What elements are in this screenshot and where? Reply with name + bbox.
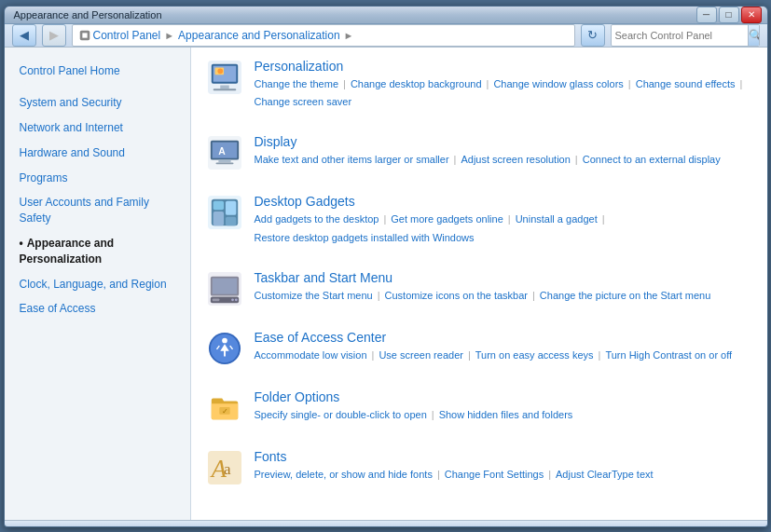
link-change-sound[interactable]: Change sound effects (636, 75, 736, 94)
svg-rect-23 (212, 278, 237, 293)
link-more-gadgets[interactable]: Get more gadgets online (391, 211, 503, 229)
svg-rect-12 (218, 160, 230, 163)
search-icon[interactable]: 🔍 (748, 25, 760, 46)
sidebar-item-appearance[interactable]: Appearance and Personalization (5, 231, 190, 272)
svg-rect-17 (213, 201, 223, 210)
link-add-gadgets[interactable]: Add gadgets to the desktop (255, 211, 379, 229)
window-title: Appearance and Personalization (14, 9, 162, 20)
folder-options-body: Folder Options Specify single- or double… (255, 389, 573, 425)
desktop-gadgets-title[interactable]: Desktop Gadgets (255, 194, 752, 209)
folder-options-section: ✓ Folder Options Specify single- or doub… (206, 389, 752, 436)
link-high-contrast[interactable]: Turn High Contrast on or off (605, 347, 732, 365)
main-panel: Personalization Change the theme | Chang… (191, 48, 767, 520)
taskbar-icon (206, 270, 243, 307)
link-screen-reader[interactable]: Use screen reader (379, 347, 463, 365)
ease-body: Ease of Access Center Accommodate low vi… (255, 330, 733, 365)
link-change-theme[interactable]: Change the theme (255, 75, 339, 94)
svg-rect-7 (220, 85, 228, 89)
back-button[interactable]: ◀ (12, 24, 36, 47)
sidebar-item-clock[interactable]: Clock, Language, and Region (5, 272, 190, 297)
search-box: 🔍 (611, 24, 760, 47)
taskbar-links: Customize the Start menu | Customize ico… (255, 287, 711, 306)
svg-rect-25 (212, 298, 219, 301)
ease-links: Accommodate low vision | Use screen read… (255, 347, 733, 365)
svg-rect-8 (213, 89, 236, 90)
breadcrumb-control-panel[interactable]: Control Panel (93, 29, 161, 42)
display-body: Display Make text and other items larger… (255, 134, 721, 170)
breadcrumb: Control Panel ► Appearance and Personali… (72, 24, 575, 47)
link-change-screensaver[interactable]: Change screen saver (255, 93, 352, 112)
display-links: Make text and other items larger or smal… (255, 151, 721, 170)
maximize-button[interactable]: □ (719, 7, 739, 23)
link-change-glass[interactable]: Change window glass colors (493, 75, 623, 94)
svg-rect-19 (213, 211, 223, 225)
svg-rect-1 (82, 33, 87, 37)
fonts-body: Fonts Preview, delete, or show and hide … (255, 449, 654, 484)
desktop-gadgets-section: Desktop Gadgets Add gadgets to the deskt… (206, 194, 752, 257)
display-section: A Display Make text and other items larg… (206, 134, 752, 181)
taskbar-body: Taskbar and Start Menu Customize the Sta… (255, 270, 711, 306)
svg-rect-18 (225, 201, 235, 215)
close-button[interactable]: ✕ (741, 7, 762, 23)
link-uninstall-gadget[interactable]: Uninstall a gadget (516, 211, 598, 229)
minimize-button[interactable]: ─ (696, 7, 717, 23)
svg-text:✓: ✓ (222, 406, 228, 415)
display-title[interactable]: Display (255, 134, 721, 149)
link-customize-start[interactable]: Customize the Start menu (255, 287, 373, 306)
breadcrumb-sep-1: ► (164, 30, 174, 41)
link-screen-resolution[interactable]: Adjust screen resolution (461, 151, 570, 170)
ease-section: Ease of Access Center Accommodate low vi… (206, 330, 752, 376)
sidebar: Control Panel Home System and Security N… (5, 48, 191, 520)
sidebar-item-network[interactable]: Network and Internet (5, 116, 190, 141)
breadcrumb-appearance[interactable]: Appearance and Personalization (178, 29, 339, 42)
link-change-picture[interactable]: Change the picture on the Start menu (540, 287, 710, 306)
content-area: Control Panel Home System and Security N… (5, 48, 767, 520)
desktop-gadgets-icon (206, 194, 243, 231)
link-external-display[interactable]: Connect to an external display (583, 151, 721, 170)
taskbar-title[interactable]: Taskbar and Start Menu (255, 270, 711, 285)
link-hidden-files[interactable]: Show hidden files and folders (439, 406, 573, 425)
window-controls: ─ □ ✕ (696, 7, 762, 23)
folder-options-links: Specify single- or double-click to open … (255, 406, 573, 425)
ease-icon (206, 330, 243, 367)
folder-options-icon: ✓ (206, 389, 243, 427)
main-window: Appearance and Personalization ─ □ ✕ ◀ ▶… (4, 6, 768, 527)
sidebar-item-system[interactable]: System and Security (5, 90, 190, 116)
sidebar-item-ease[interactable]: Ease of Access (5, 296, 190, 321)
breadcrumb-home[interactable] (78, 28, 93, 42)
fonts-icon: A a (206, 449, 243, 486)
svg-point-27 (234, 298, 237, 301)
personalization-links: Change the theme | Change desktop backgr… (255, 75, 752, 113)
svg-rect-20 (225, 217, 235, 225)
ease-title[interactable]: Ease of Access Center (255, 330, 733, 345)
personalization-title[interactable]: Personalization (255, 59, 752, 74)
link-low-vision[interactable]: Accommodate low vision (255, 347, 367, 365)
svg-point-30 (222, 337, 227, 343)
fonts-links: Preview, delete, or show and hide fonts … (255, 466, 654, 484)
sidebar-item-programs[interactable]: Programs (5, 166, 190, 191)
sidebar-item-hardware[interactable]: Hardware and Sound (5, 141, 190, 166)
fonts-section: A a Fonts Preview, delete, or show and h… (206, 449, 752, 496)
desktop-gadgets-body: Desktop Gadgets Add gadgets to the deskt… (255, 194, 752, 248)
link-click-option[interactable]: Specify single- or double-click to open (255, 406, 427, 425)
display-icon: A (206, 134, 243, 171)
personalization-icon (206, 59, 243, 96)
fonts-title[interactable]: Fonts (255, 449, 654, 464)
link-easy-access-keys[interactable]: Turn on easy access keys (475, 347, 594, 365)
svg-point-26 (231, 298, 234, 301)
link-preview-fonts[interactable]: Preview, delete, or show and hide fonts (255, 466, 433, 484)
refresh-button[interactable]: ↻ (581, 24, 605, 47)
link-change-desktop-bg[interactable]: Change desktop background (351, 75, 482, 94)
link-text-size[interactable]: Make text and other items larger or smal… (255, 151, 449, 170)
search-input[interactable] (612, 30, 748, 41)
sidebar-item-user-accounts[interactable]: User Accounts and Family Safety (5, 190, 190, 231)
link-restore-gadgets[interactable]: Restore desktop gadgets installed with W… (255, 229, 475, 248)
link-customize-icons[interactable]: Customize icons on the taskbar (385, 287, 528, 306)
folder-options-title[interactable]: Folder Options (255, 389, 573, 404)
link-cleartype[interactable]: Adjust ClearType text (556, 466, 654, 484)
forward-button[interactable]: ▶ (42, 24, 66, 47)
svg-text:a: a (224, 459, 231, 477)
taskbar-section: Taskbar and Start Menu Customize the Sta… (206, 270, 752, 317)
link-font-settings[interactable]: Change Font Settings (445, 466, 544, 484)
sidebar-item-home[interactable]: Control Panel Home (5, 59, 190, 84)
